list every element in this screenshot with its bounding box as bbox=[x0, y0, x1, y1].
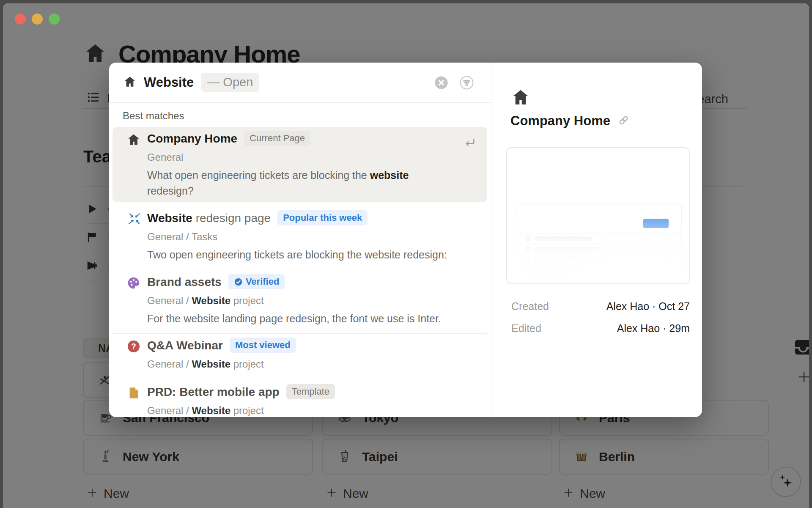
minimize-window-button[interactable] bbox=[32, 14, 43, 25]
close-window-button[interactable] bbox=[15, 14, 26, 25]
search-modal: Website — Open Best matches Company Home… bbox=[109, 63, 702, 417]
text-segment: project bbox=[230, 405, 264, 416]
result-title: PRD: Better mobile appTemplate bbox=[147, 384, 335, 400]
result-title: Q&A WebinarMost viewed bbox=[147, 338, 296, 353]
preview-pane: Company Home CreatedAlex Hao · Oct 27Edi… bbox=[491, 63, 702, 417]
result-breadcrumb: General bbox=[147, 151, 183, 163]
result-title: Company HomeCurrent Page bbox=[147, 131, 310, 146]
zoom-window-button[interactable] bbox=[49, 14, 60, 25]
result-badge-label: Popular this week bbox=[283, 212, 362, 223]
result-breadcrumb: General / Website project bbox=[147, 358, 264, 370]
traffic-lights bbox=[15, 14, 60, 25]
palette-icon bbox=[127, 276, 140, 291]
result-badge: Verified bbox=[228, 274, 285, 289]
meta-value: Alex Hao · Oct 27 bbox=[606, 300, 690, 313]
collapse-arrows-icon: ↘↙↗↖ bbox=[127, 212, 140, 226]
return-icon bbox=[464, 136, 476, 151]
result-title: Website redesign pagePopular this week bbox=[147, 211, 368, 226]
preview-mock-panel bbox=[516, 203, 682, 284]
text-segment: website bbox=[370, 169, 409, 181]
house-icon bbox=[123, 75, 136, 90]
clear-search-button[interactable] bbox=[434, 76, 448, 90]
house-icon bbox=[511, 88, 530, 108]
text-segment: PRD: Better mobile app bbox=[147, 385, 280, 399]
result-badge: Popular this week bbox=[277, 210, 368, 225]
text-segment: For the website landing page redesign, t… bbox=[147, 313, 441, 324]
result-badge-label: Verified bbox=[246, 276, 279, 287]
result-badge: Most viewed bbox=[230, 338, 296, 353]
meta-row: CreatedAlex Hao · Oct 27 bbox=[511, 300, 690, 313]
svg-text:?: ? bbox=[131, 342, 136, 351]
text-segment: project bbox=[230, 358, 264, 370]
meta-label: Edited bbox=[511, 322, 541, 335]
meta-value: Alex Hao · 29m bbox=[617, 322, 690, 335]
search-results-pane: Website — Open Best matches Company Home… bbox=[109, 63, 491, 417]
text-segment: Two open engineering tickets are blockin… bbox=[147, 249, 447, 261]
result-badge-label: Most viewed bbox=[235, 340, 291, 351]
text-segment: Q&A Webinar bbox=[147, 339, 223, 352]
search-hint-pill: — Open bbox=[201, 73, 259, 92]
page-preview-thumbnail bbox=[506, 147, 690, 284]
link-icon[interactable] bbox=[618, 115, 629, 128]
text-segment: Website bbox=[192, 358, 230, 370]
text-segment: General / bbox=[147, 358, 192, 370]
search-result-row[interactable]: Brand assetsVerifiedGeneral / Website pr… bbox=[112, 270, 487, 333]
filter-button[interactable] bbox=[460, 76, 474, 90]
text-segment: General / bbox=[147, 295, 192, 306]
search-result-row[interactable]: ?Q&A WebinarMost viewedGeneral / Website… bbox=[112, 333, 487, 380]
house-icon bbox=[127, 133, 140, 148]
meta-row: EditedAlex Hao · 29m bbox=[511, 322, 690, 335]
text-segment: General / bbox=[147, 405, 192, 416]
result-badge: Template bbox=[286, 384, 335, 399]
verified-icon bbox=[234, 277, 243, 286]
search-result-row[interactable]: ↘↙↗↖Website redesign pagePopular this we… bbox=[112, 206, 487, 270]
result-title: Brand assetsVerified bbox=[147, 275, 285, 290]
search-input[interactable]: Website bbox=[144, 75, 194, 90]
search-result-row[interactable]: Company HomeCurrent PageGeneralWhat open… bbox=[112, 127, 487, 202]
text-segment: Website bbox=[192, 405, 230, 416]
section-label: Best matches bbox=[123, 110, 184, 122]
text-segment: Company Home bbox=[147, 132, 237, 146]
app-window: Company Home Home Search Teamspaces CMP … bbox=[3, 3, 809, 508]
text-segment: What open engineering tickets are blocki… bbox=[147, 169, 370, 181]
text-segment: project bbox=[230, 295, 264, 306]
result-breadcrumb: General / Website project bbox=[147, 405, 264, 417]
result-breadcrumb: General / Website project bbox=[147, 295, 264, 307]
preview-mock-button bbox=[643, 219, 669, 228]
text-segment: redesign? bbox=[147, 185, 194, 197]
document-icon bbox=[127, 386, 140, 401]
text-segment: Website bbox=[192, 295, 230, 306]
text-segment: Website bbox=[147, 211, 192, 225]
result-snippet: Two open engineering tickets are blockin… bbox=[147, 247, 447, 263]
result-badge-label: Current Page bbox=[250, 133, 305, 144]
result-snippet: For the website landing page redesign, t… bbox=[147, 311, 441, 327]
text-segment: Brand assets bbox=[147, 275, 222, 289]
result-badge: Current Page bbox=[244, 131, 310, 146]
result-breadcrumb: General / Tasks bbox=[147, 231, 217, 243]
question-circle-icon: ? bbox=[127, 340, 140, 355]
text-segment: redesign page bbox=[192, 211, 271, 225]
search-bar[interactable]: Website — Open bbox=[109, 63, 491, 103]
meta-label: Created bbox=[511, 300, 549, 313]
text-segment: General / Tasks bbox=[147, 231, 217, 242]
result-badge-label: Template bbox=[292, 386, 329, 397]
search-result-row[interactable]: PRD: Better mobile appTemplateGeneral / … bbox=[112, 380, 487, 417]
preview-title: Company Home bbox=[510, 113, 610, 129]
result-snippet: What open engineering tickets are blocki… bbox=[147, 168, 443, 199]
text-segment: General bbox=[147, 151, 183, 163]
